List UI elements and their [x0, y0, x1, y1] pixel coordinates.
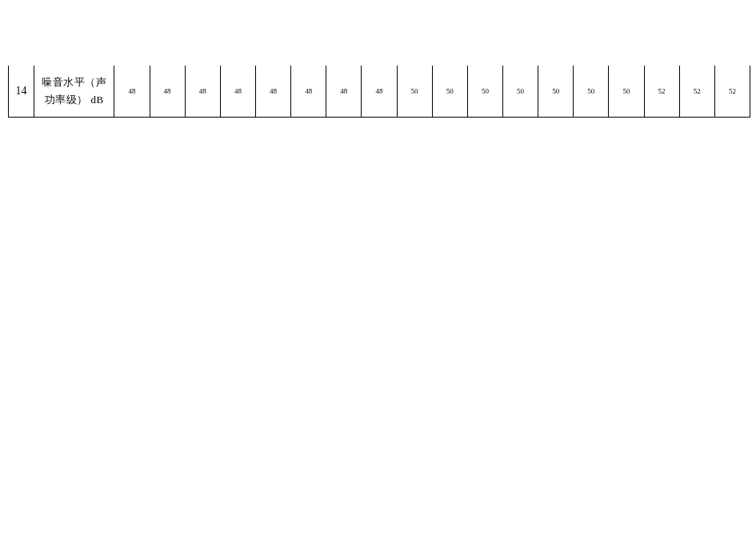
value-cell: 50: [467, 66, 502, 117]
value-cell: 48: [150, 66, 185, 117]
value-cell: 50: [574, 66, 609, 117]
value-cell: 48: [291, 66, 326, 117]
value: 48: [270, 87, 277, 95]
value-cell: 48: [255, 66, 290, 117]
value: 48: [305, 87, 312, 95]
value-cell: 48: [326, 66, 362, 117]
value: 50: [411, 87, 418, 95]
data-table: 14 噪音水平（声 功率级） dB 48 48 48 48 48 48 48 4…: [8, 66, 750, 118]
table-row: 14 噪音水平（声 功率级） dB 48 48 48 48 48 48 48 4…: [9, 66, 750, 117]
value: 48: [199, 87, 206, 95]
row-index-cell: 14: [9, 66, 34, 117]
value: 50: [622, 87, 630, 95]
value-cell: 48: [362, 66, 397, 117]
value-cell: 48: [114, 66, 150, 117]
value: 50: [517, 87, 524, 95]
value: 50: [552, 87, 559, 95]
row-label-line2: 功率级） dB: [36, 91, 112, 109]
value: 50: [446, 87, 454, 95]
value: 48: [234, 87, 242, 95]
value-cell: 50: [432, 66, 467, 117]
value: 50: [482, 87, 489, 95]
value: 48: [375, 87, 382, 95]
value-cell: 50: [609, 66, 644, 117]
row-index: 14: [16, 85, 27, 97]
value: 48: [340, 87, 347, 95]
value-cell: 48: [185, 66, 220, 117]
row-label-line1: 噪音水平（声: [36, 74, 112, 91]
value-cell: 52: [679, 66, 714, 117]
value: 52: [658, 87, 666, 95]
value-cell: 50: [538, 66, 574, 117]
value-cell: 50: [502, 66, 538, 117]
value: 52: [729, 87, 736, 95]
value-cell: 52: [644, 66, 679, 117]
value-cell: 50: [397, 66, 432, 117]
value-cell: 48: [220, 66, 255, 117]
value: 48: [128, 87, 135, 95]
table: 14 噪音水平（声 功率级） dB 48 48 48 48 48 48 48 4…: [8, 66, 750, 118]
row-label-cell: 噪音水平（声 功率级） dB: [34, 66, 114, 117]
value-cell: 52: [714, 66, 750, 117]
value: 52: [694, 87, 701, 95]
value: 48: [164, 87, 171, 95]
value: 50: [587, 87, 594, 95]
